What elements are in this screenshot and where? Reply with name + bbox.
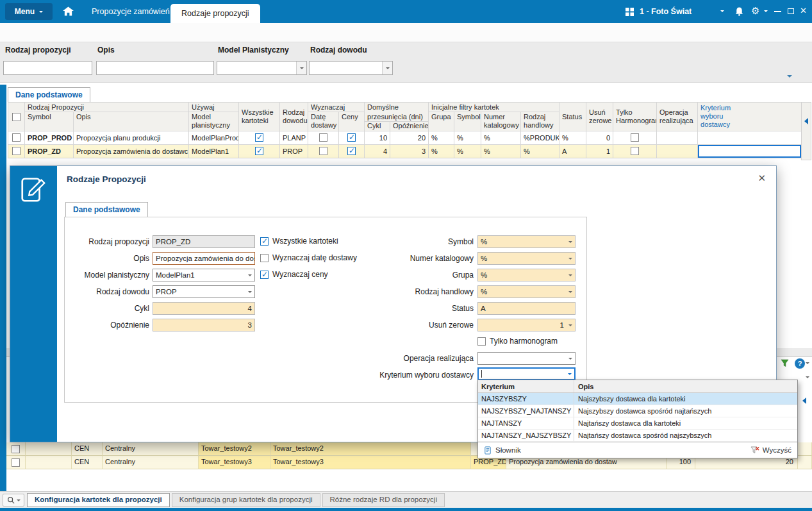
wyznaczaj-date-checkbox[interactable] <box>260 254 269 262</box>
column-header-wyznaczaj[interactable]: Wyznaczaj <box>308 103 365 112</box>
wyznaczaj-date-checkbox-row[interactable]: Wyznaczaj datę dostawy <box>260 253 357 262</box>
column-header-ceny[interactable]: Ceny <box>339 112 365 131</box>
collapse-grid-panel-button[interactable] <box>801 102 811 160</box>
chevron-down-icon[interactable] <box>565 253 575 264</box>
chevron-down-icon[interactable] <box>565 319 575 331</box>
harmonogram-checkbox[interactable] <box>631 147 639 155</box>
collapse-left-icon[interactable] <box>802 398 806 404</box>
wyznaczaj-ceny-checkbox[interactable] <box>260 271 269 279</box>
kryterium-wyboru-dostawcy-combo[interactable] <box>477 367 576 380</box>
chevron-down-icon[interactable] <box>382 62 392 74</box>
column-header-rodzaj-handlowy[interactable]: Rodzaj handlowy <box>521 112 559 131</box>
search-view-button[interactable] <box>3 494 24 507</box>
rodzaj-dowodu-combo[interactable]: PROP <box>153 285 255 298</box>
chevron-down-icon[interactable] <box>806 376 809 378</box>
wszystkie-kartoteki-checkbox[interactable] <box>255 147 263 155</box>
company-selector[interactable]: 1 - Foto Świat <box>640 0 692 23</box>
dialog-close-button[interactable]: ✕ <box>758 172 766 184</box>
maximize-button[interactable] <box>788 8 794 14</box>
ceny-checkbox[interactable] <box>347 147 356 155</box>
notifications-button[interactable] <box>734 6 744 19</box>
column-header-symbol[interactable]: Symbol <box>25 112 74 131</box>
tab-dane-podstawowe[interactable]: Dane podstawowe <box>8 87 90 102</box>
chevron-down-icon[interactable] <box>245 269 254 281</box>
opis-filter-input[interactable] <box>96 61 214 75</box>
column-header-grupa[interactable]: Grupa <box>429 112 454 131</box>
column-header-symbol-filtr[interactable]: Symbol <box>454 112 481 131</box>
wyznaczaj-ceny-checkbox-row[interactable]: Wyznaczaj ceny <box>260 270 328 279</box>
row-checkbox[interactable] <box>12 147 21 155</box>
column-header-usun-zerowe[interactable]: Usuń zerowe <box>586 103 613 131</box>
column-header-tylko-harmonogram[interactable]: Tylko Harmonogram <box>613 103 657 131</box>
rodzaj-handlowy-combo[interactable]: % <box>477 285 576 298</box>
column-header-opoznienie[interactable]: Opóźnienie <box>390 121 429 131</box>
column-header-uzywaj[interactable]: Używaj <box>189 103 239 112</box>
wyczysc-button[interactable]: Wyczyść <box>750 446 791 454</box>
date-dostawy-checkbox[interactable] <box>319 133 327 142</box>
tab-propozycje-zamowien[interactable]: Propozycje zamówień <box>81 0 181 23</box>
chevron-down-icon[interactable] <box>245 286 254 297</box>
minimize-button[interactable] <box>774 11 781 12</box>
status-field[interactable]: A <box>477 302 576 315</box>
settings-button[interactable]: ⚙ <box>751 5 759 17</box>
focused-kryterium-cell[interactable] <box>698 144 802 158</box>
rodzaj-dowodu-filter-combo[interactable] <box>309 61 393 75</box>
wszystkie-kartoteki-checkbox[interactable] <box>255 133 263 142</box>
row-checkbox[interactable] <box>12 458 20 467</box>
help-button[interactable]: ? <box>795 358 805 369</box>
select-all-checkbox[interactable] <box>12 113 21 121</box>
chevron-down-icon[interactable] <box>565 286 575 297</box>
wszystkie-kartoteki-checkbox-row[interactable]: Wszystkie kartoteki <box>260 237 338 246</box>
column-header-wszystkie-kartoteki[interactable]: Wszystkie kartoteki <box>239 103 280 131</box>
tab-konfiguracja-kartotek[interactable]: Konfiguracja kartotek dla propozycji <box>27 493 170 507</box>
chevron-down-icon[interactable] <box>565 369 574 379</box>
dropdown-option-najszybszy-najtanszy[interactable]: NAJSZYBSZY_NAJTANSZY Najszybszy dostawca… <box>478 405 797 417</box>
chevron-down-icon[interactable] <box>720 10 724 12</box>
row-checkbox[interactable] <box>12 445 20 453</box>
dropdown-option-najszybszy[interactable]: NAJSZYBSZY Najszybszy dostawca dla karto… <box>478 393 797 405</box>
usun-zerowe-combo[interactable]: 1 <box>477 319 576 331</box>
collapse-filter-panel-icon[interactable] <box>787 75 792 78</box>
tab-rodzaje-propozycji[interactable]: Rodzaje propozycji <box>170 4 260 23</box>
tab-konfiguracja-grup-kartotek[interactable]: Konfiguracja grup kartotek dla propozycj… <box>172 493 320 507</box>
collapsed-side-panel[interactable] <box>0 85 6 492</box>
column-header-rodzaj-propozycji[interactable]: Rodzaj Propozycji <box>25 103 189 112</box>
model-planistyczny-filter-combo[interactable] <box>217 61 307 75</box>
menu-button[interactable]: Menu <box>5 3 53 20</box>
chevron-down-icon[interactable] <box>565 236 575 247</box>
home-button[interactable] <box>63 6 74 17</box>
harmonogram-checkbox[interactable] <box>631 133 639 142</box>
column-header-cykl[interactable]: Cykl <box>365 121 390 131</box>
date-dostawy-checkbox[interactable] <box>319 147 327 155</box>
tab-rozne-rodzaje-rd[interactable]: Różne rodzaje RD dla propozycji <box>322 493 445 507</box>
chevron-down-icon[interactable] <box>764 10 768 12</box>
opoznienie-field[interactable]: 3 <box>153 319 255 331</box>
symbol-combo[interactable]: % <box>477 235 576 248</box>
chevron-down-icon[interactable] <box>806 362 809 364</box>
model-planistyczny-combo[interactable]: ModelPlan1 <box>153 269 255 281</box>
row-checkbox[interactable] <box>12 133 21 142</box>
tylko-harmonogram-checkbox[interactable] <box>477 337 486 346</box>
column-header-domyslne[interactable]: Domyślne <box>365 103 429 112</box>
column-header-numer-katalogowy[interactable]: Numer katalogowy <box>481 112 521 131</box>
column-header-status[interactable]: Status <box>559 103 586 131</box>
grid-row-prop-prod[interactable]: PROP_PROD Propozycja planu produkcji Mod… <box>8 131 802 144</box>
opis-field[interactable]: Propozycja zamówienia do dost <box>153 252 255 265</box>
tylko-harmonogram-checkbox-row[interactable]: Tylko harmonogram <box>477 337 558 346</box>
column-header-kryterium[interactable]: Kryterium wyboru dostawcy <box>698 103 802 131</box>
slownik-button[interactable]: Słownik <box>484 446 521 455</box>
apps-grid-button[interactable] <box>626 8 634 18</box>
column-header-opis[interactable]: Opis <box>74 112 189 131</box>
column-header-date-dostawy[interactable]: Datę dostawy <box>308 112 339 131</box>
column-header-rodzaj-dowodu[interactable]: Rodzaj dowodu <box>280 103 308 131</box>
chevron-down-icon[interactable] <box>565 353 575 364</box>
cykl-field[interactable]: 4 <box>153 302 255 315</box>
numer-katalogowy-combo[interactable]: % <box>477 252 576 265</box>
operacja-realizujaca-combo[interactable] <box>477 352 576 365</box>
grid-row-prop-zd[interactable]: PROP_ZD Propozycja zamówienia do dostawc… <box>8 144 802 158</box>
chevron-down-icon[interactable] <box>296 62 306 74</box>
ceny-checkbox[interactable] <box>347 133 356 142</box>
rodzaj-propozycji-filter-input[interactable] <box>3 61 92 75</box>
filter-funnel-icon[interactable] <box>781 359 789 367</box>
dropdown-option-najtanszy-najszybszy[interactable]: NAJTANSZY_NAJSZYBSZY Najtańszy dostawca … <box>478 430 797 442</box>
